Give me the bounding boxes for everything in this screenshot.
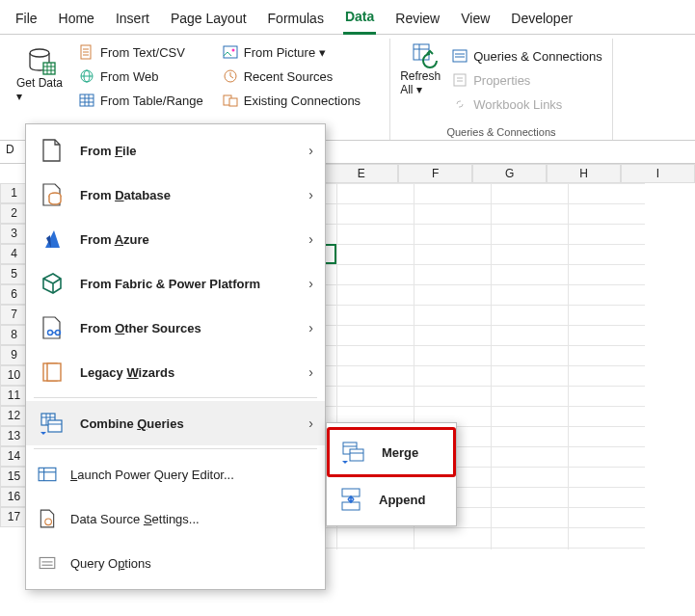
menu-query-options[interactable]: Query Options: [26, 541, 325, 585]
row-3[interactable]: 3: [0, 224, 28, 244]
menu-from-file[interactable]: From File ›: [26, 128, 325, 173]
svg-rect-44: [39, 468, 56, 480]
col-i[interactable]: I: [621, 164, 695, 183]
svg-point-0: [30, 49, 49, 57]
combine-queries-submenu: Merge Append: [326, 422, 457, 526]
menu-from-azure[interactable]: From Azure ›: [26, 217, 325, 261]
row-headers: 1 2 3 4 5 6 7 8 9 10 11 12 13 14 15 16 1…: [0, 183, 28, 549]
svg-rect-42: [48, 420, 62, 432]
tab-file[interactable]: File: [13, 7, 40, 34]
svg-rect-37: [47, 363, 61, 381]
menu-combine-queries-label: Combine Queries: [80, 416, 184, 431]
menu-from-database[interactable]: From Database ›: [26, 173, 325, 217]
svg-rect-22: [229, 98, 237, 106]
row-1[interactable]: 1: [0, 183, 28, 203]
menu-data-source-settings[interactable]: Data Source Settings...: [26, 496, 325, 541]
menu-from-fabric-label: From Fabric & Power Platform: [80, 277, 260, 291]
menu-launch-power-query-editor[interactable]: Launch Power Query Editor...: [26, 452, 325, 496]
table-icon: [79, 93, 94, 108]
from-web-button[interactable]: From Web: [79, 67, 203, 86]
menu-from-azure-label: From Azure: [80, 232, 149, 247]
chevron-right-icon: ›: [308, 415, 313, 431]
from-table-label: From Table/Range: [100, 94, 203, 108]
col-e[interactable]: E: [324, 164, 398, 183]
row-5[interactable]: 5: [0, 264, 28, 284]
row-4[interactable]: 4: [0, 244, 28, 264]
menu-launch-editor-label: Launch Power Query Editor...: [70, 468, 234, 482]
properties-icon: [452, 72, 468, 88]
file-icon: [38, 138, 67, 163]
row-16[interactable]: 16: [0, 487, 28, 507]
globe-icon: [79, 68, 94, 84]
menu-from-database-label: From Database: [80, 188, 171, 202]
recent-sources-button[interactable]: Recent Sources: [223, 67, 361, 86]
row-13[interactable]: 13: [0, 426, 28, 446]
row-8[interactable]: 8: [0, 325, 28, 345]
chevron-right-icon: ›: [308, 364, 313, 380]
ribbon-tabs: File Home Insert Page Layout Formulas Da…: [0, 0, 695, 35]
from-table-button[interactable]: From Table/Range: [79, 91, 203, 110]
tab-developer[interactable]: Developer: [509, 7, 575, 34]
col-g[interactable]: G: [472, 164, 547, 183]
row-17[interactable]: 17: [0, 507, 28, 527]
workbook-links-button: Workbook Links: [452, 94, 602, 114]
tab-pagelayout[interactable]: Page Layout: [169, 7, 249, 34]
col-f[interactable]: F: [398, 164, 472, 183]
menu-query-options-label: Query Options: [70, 556, 151, 571]
row-14[interactable]: 14: [0, 446, 28, 467]
connection-icon: [223, 93, 238, 108]
svg-rect-56: [342, 502, 360, 510]
tab-insert[interactable]: Insert: [114, 7, 151, 34]
other-sources-icon: [38, 315, 67, 340]
from-text-csv-label: From Text/CSV: [100, 45, 185, 60]
qc-group-label: Queries & Connections: [400, 126, 602, 140]
tab-home[interactable]: Home: [57, 7, 96, 34]
queries-connections-label: Queries & Connections: [473, 49, 602, 64]
refresh-all-button[interactable]: Refresh All ▾: [400, 42, 452, 114]
legacy-wizards-icon: [38, 360, 67, 385]
menu-combine-queries[interactable]: Combine Queries ›: [26, 401, 325, 445]
existing-connections-button[interactable]: Existing Connections: [223, 91, 361, 110]
row-11[interactable]: 11: [0, 386, 28, 406]
svg-point-19: [231, 49, 234, 52]
azure-icon: [38, 227, 67, 252]
col-h[interactable]: H: [547, 164, 621, 183]
menu-from-other[interactable]: From Other Sources ›: [26, 306, 325, 350]
submenu-merge[interactable]: Merge: [327, 427, 456, 477]
tab-review[interactable]: Review: [393, 7, 441, 34]
svg-rect-23: [414, 44, 429, 60]
row-12[interactable]: 12: [0, 406, 28, 426]
database-icon: [38, 182, 67, 207]
link-icon: [452, 96, 468, 112]
recent-sources-label: Recent Sources: [244, 69, 334, 84]
get-data-button[interactable]: Get Data ▾: [15, 42, 69, 110]
row-9[interactable]: 9: [0, 345, 28, 365]
chevron-right-icon: ›: [308, 276, 313, 291]
from-picture-button[interactable]: From Picture ▾: [223, 42, 361, 62]
menu-from-other-label: From Other Sources: [80, 321, 201, 335]
row-10[interactable]: 10: [0, 365, 28, 386]
menu-from-fabric[interactable]: From Fabric & Power Platform ›: [26, 261, 325, 306]
chevron-right-icon: ›: [308, 143, 313, 158]
menu-legacy-wizards[interactable]: Legacy Wizards ›: [26, 350, 325, 394]
row-15[interactable]: 15: [0, 467, 28, 487]
properties-label: Properties: [473, 73, 530, 88]
database-icon: [26, 47, 59, 76]
submenu-append[interactable]: Append: [327, 477, 456, 522]
row-2[interactable]: 2: [0, 203, 28, 224]
combine-queries-icon: [38, 411, 67, 436]
tab-view[interactable]: View: [459, 7, 492, 34]
tab-data[interactable]: Data: [343, 5, 376, 35]
svg-rect-48: [40, 557, 55, 568]
append-icon: [336, 487, 365, 512]
workbook-links-label: Workbook Links: [473, 97, 562, 112]
svg-rect-26: [453, 50, 467, 62]
merge-icon: [339, 440, 368, 465]
editor-icon: [38, 465, 57, 484]
queries-connections-button[interactable]: Queries & Connections: [452, 46, 602, 66]
from-picture-label: From Picture ▾: [244, 45, 326, 60]
from-text-csv-button[interactable]: From Text/CSV: [79, 42, 203, 62]
row-6[interactable]: 6: [0, 284, 28, 305]
row-7[interactable]: 7: [0, 305, 28, 325]
tab-formulas[interactable]: Formulas: [266, 7, 326, 34]
